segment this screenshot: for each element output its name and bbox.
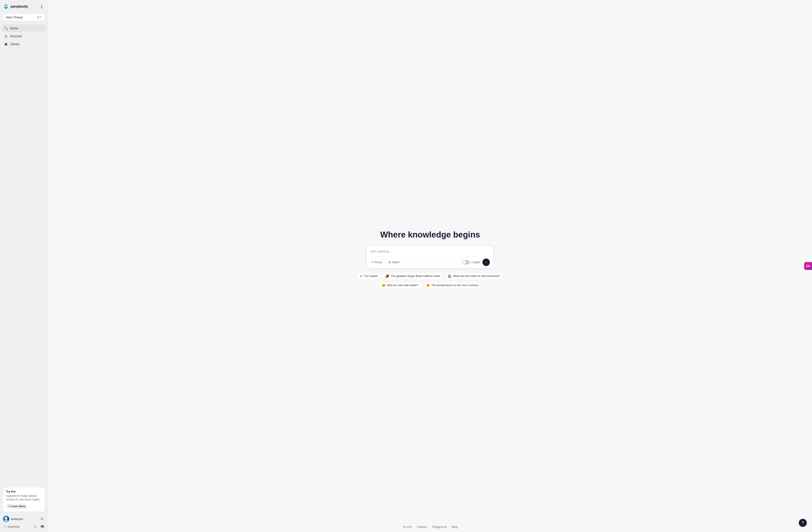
user-info[interactable]: winterjam [3,516,23,522]
slots-chip-label: What are the odds for slot machines? [453,274,500,278]
collapse-icon: ❮ [41,5,43,8]
help-button[interactable]: ? [799,519,807,527]
footer-link-blog[interactable]: Blog [452,525,458,529]
collapse-sidebar-button[interactable]: ❮ [39,3,45,10]
download-icon: ⬜ [3,525,6,528]
main-content: Where knowledge begins ≡ Focus ⊕ Attach [48,0,812,532]
footer-link-playground[interactable]: Playground [432,525,447,529]
focus-icon: ≡ [372,261,373,264]
suggestion-cats[interactable]: 😾 Why do cats hate water? [379,282,421,289]
cats-chip-label: Why do cats hate water? [387,283,419,287]
sidebar-nav: 🔍 Home ◎ Discover ▣ Library [0,25,48,48]
copilot-chip-icon: ↩ [360,274,363,278]
sidebar-item-discover[interactable]: ◎ Discover [2,32,46,40]
discord-icon [41,525,44,529]
learn-more-label: Learn More [11,505,25,508]
search-box: ≡ Focus ⊕ Attach Copilot → [366,246,494,268]
new-thread-button[interactable]: New Thread ⌘ K [3,14,45,21]
hero-title: Where knowledge begins [380,230,480,239]
sidebar-item-library-label: Library [10,42,19,46]
new-thread-label: New Thread [6,16,23,19]
sun-chip-icon: 🌞 [426,283,430,287]
svg-point-4 [5,517,7,519]
floating-badge[interactable]: ZA [804,262,812,270]
settings-icon: ⚙ [41,517,43,521]
sidebar-item-library[interactable]: ▣ Library [2,40,46,48]
sidebar-item-home[interactable]: 🔍 Home [2,25,46,32]
sun-chip-label: The temperature on the sun's surface [431,283,479,287]
copilot-toggle[interactable]: Copilot [462,260,480,265]
submit-button[interactable]: → [482,258,490,266]
superbowl-chip-icon: 🏈 [385,274,389,278]
download-label: Download [8,525,19,528]
cats-chip-icon: 😾 [382,283,386,287]
suggestion-superbowl[interactable]: 🏈 The greatest Super Bowl halftime show [382,272,443,280]
help-icon: ? [802,521,804,525]
copilot-chip-label: Try Copilot [364,274,378,278]
perplexity-logo-icon [3,4,9,10]
home-icon: 🔍 [4,26,8,30]
suggestion-copilot[interactable]: ↩ Try Copilot [357,272,381,280]
focus-label: Focus [375,261,382,264]
learn-more-button[interactable]: ↗ Learn More [6,504,28,509]
try-pro-card: Try Pro Upgrade for image upload, smarte… [3,487,45,512]
social-icons: ✕ [33,524,45,529]
settings-button[interactable]: ⚙ [39,516,45,522]
copilot-toggle-switch[interactable] [462,260,470,265]
sidebar-item-home-label: Home [10,27,18,30]
shortcut-key: K [40,16,42,19]
learn-more-arrow: ↗ [8,505,10,508]
search-left-controls: ≡ Focus ⊕ Attach [370,260,401,265]
sidebar-bottom: Try Pro Upgrade for image upload, smarte… [0,485,48,532]
download-button[interactable]: ⬜ Download [3,524,19,529]
footer-link-try-pro[interactable]: Try Pro [403,525,412,529]
search-right-controls: Copilot → [462,258,490,266]
badge-label: ZA [806,264,810,268]
attach-label: Attach [392,261,400,264]
library-icon: ▣ [4,42,8,46]
try-pro-title: Try Pro [6,490,42,493]
svg-point-5 [4,519,8,522]
shortcut-cmd: ⌘ [37,16,40,19]
download-row: ⬜ Download ✕ [3,524,45,529]
discover-icon: ◎ [4,34,8,38]
search-controls: ≡ Focus ⊕ Attach Copilot → [370,256,490,266]
avatar [3,516,9,522]
user-row: winterjam ⚙ [3,515,45,523]
focus-button[interactable]: ≡ Focus [370,260,383,265]
logo-text: perplexity [11,4,28,9]
submit-icon: → [484,260,488,264]
twitter-icon: ✕ [34,525,37,529]
twitter-button[interactable]: ✕ [33,524,38,529]
avatar-image [3,516,9,522]
suggestions: ↩ Try Copilot 🏈 The greatest Super Bowl … [356,272,505,289]
logo[interactable]: perplexity [3,4,28,10]
discord-button[interactable] [40,524,45,529]
attach-button[interactable]: ⊕ Attach [387,260,401,265]
attach-icon: ⊕ [388,261,391,264]
sidebar: perplexity ❮ New Thread ⌘ K 🔍 Home ◎ Dis… [0,0,48,532]
try-pro-description: Upgrade for image upload, smarter AI, an… [6,494,42,502]
footer: Try Pro Careers Playground Blog [403,525,458,529]
suggestion-slots[interactable]: 🎰 What are the odds for slot machines? [445,272,503,280]
copilot-label: Copilot [472,261,480,264]
suggestion-sun[interactable]: 🌞 The temperature on the sun's surface [423,282,481,289]
footer-link-careers[interactable]: Careers [417,525,427,529]
username: winterjam [11,517,23,521]
toggle-knob [462,261,466,264]
search-input[interactable] [370,249,490,256]
new-thread-shortcut: ⌘ K [37,16,42,19]
sidebar-header: perplexity ❮ [0,0,48,12]
superbowl-chip-label: The greatest Super Bowl halftime show [391,274,440,278]
sidebar-item-discover-label: Discover [10,34,22,38]
slots-chip-icon: 🎰 [448,274,452,278]
